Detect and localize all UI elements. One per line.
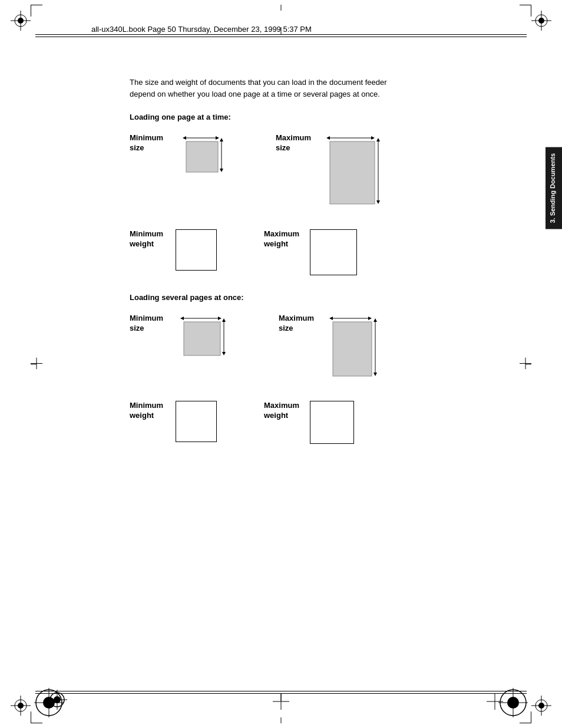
section2-min-size-label: Minimum size	[130, 314, 171, 334]
svg-marker-59	[368, 317, 372, 320]
svg-marker-54	[222, 318, 226, 322]
section2-max-weight: Maximum weight	[264, 401, 354, 444]
svg-marker-45	[371, 136, 375, 140]
mid-mark-top	[281, 5, 282, 11]
section1-max-size-diagram	[322, 133, 386, 212]
section-several-pages: Loading several pages at once: Minimum s…	[130, 293, 527, 444]
mid-mark-bottom	[281, 717, 282, 723]
svg-marker-58	[329, 317, 333, 320]
mid-crosshair-left	[31, 357, 42, 371]
corner-mark-tr	[520, 5, 531, 17]
footer-rule-2	[35, 691, 527, 691]
section2-max-weight-label: Maximum weight	[264, 401, 305, 421]
section2-max-size: Maximum size	[279, 314, 384, 383]
reg-mark-top-right	[531, 11, 551, 32]
section1-min-size: Minimum size	[130, 133, 229, 182]
section1-max-size: Maximum size	[276, 133, 386, 212]
svg-rect-56	[184, 322, 220, 355]
main-content: The size and weight of documents that yo…	[130, 77, 527, 462]
svg-marker-38	[216, 136, 219, 140]
reg-mark-top-left	[11, 11, 31, 32]
section2-min-size-diagram	[176, 314, 232, 365]
corner-mark-tl	[31, 5, 42, 17]
svg-marker-44	[326, 136, 330, 140]
reg-mark-bottom-left	[11, 696, 31, 717]
svg-rect-63	[333, 322, 372, 376]
section2-max-size-label: Maximum size	[279, 314, 320, 334]
section1-max-weight-label: Maximum weight	[264, 229, 305, 249]
svg-marker-52	[218, 317, 222, 320]
svg-marker-51	[180, 317, 184, 320]
bottom-large-circle-right	[498, 688, 528, 719]
intro-paragraph: The size and weight of documents that yo…	[130, 77, 412, 100]
svg-marker-55	[222, 352, 226, 355]
bottom-large-circle-left	[34, 688, 64, 719]
svg-marker-47	[376, 138, 380, 141]
svg-marker-61	[373, 318, 377, 322]
svg-marker-40	[220, 138, 223, 141]
header-rule-2	[35, 37, 527, 37]
header-rule	[35, 34, 527, 35]
svg-marker-41	[220, 169, 223, 172]
section1-min-weight-diagram	[176, 229, 217, 271]
reg-mark-bottom-right	[531, 696, 551, 717]
header-metadata: all-ux340L.book Page 50 Thursday, Decemb…	[91, 25, 312, 34]
section1-min-weight: Minimum weight	[130, 229, 217, 271]
section1-title: Loading one page at a time:	[130, 113, 527, 121]
section1-weight-row: Minimum weight Maximum weight	[130, 229, 527, 275]
svg-rect-42	[186, 141, 218, 172]
svg-rect-49	[330, 141, 375, 204]
section1-min-weight-label: Minimum weight	[130, 229, 171, 249]
section1-size-row: Minimum size	[130, 133, 527, 212]
svg-marker-37	[183, 136, 186, 140]
section2-min-size: Minimum size	[130, 314, 232, 365]
section2-min-weight-diagram	[176, 401, 217, 442]
section1-max-weight: Maximum weight	[264, 229, 357, 275]
section2-min-weight-label: Minimum weight	[130, 401, 171, 421]
section-one-page: Loading one page at a time: Minimum size	[130, 113, 527, 275]
svg-marker-48	[376, 200, 380, 204]
bottom-circle-center	[273, 693, 289, 711]
section2-weight-row: Minimum weight Maximum weight	[130, 401, 527, 444]
section2-title: Loading several pages at once:	[130, 293, 527, 302]
svg-marker-62	[373, 373, 377, 376]
section1-min-size-label: Minimum size	[130, 133, 171, 153]
section1-min-size-diagram	[176, 133, 229, 182]
side-tab: 3. Sending Documents	[546, 147, 562, 229]
section2-max-weight-diagram	[310, 401, 354, 444]
section2-min-weight: Minimum weight	[130, 401, 217, 442]
section2-max-size-diagram	[325, 314, 384, 383]
section2-size-row: Minimum size Maximum size	[130, 314, 527, 383]
section1-max-size-label: Maximum size	[276, 133, 317, 153]
section1-max-weight-diagram	[310, 229, 357, 275]
